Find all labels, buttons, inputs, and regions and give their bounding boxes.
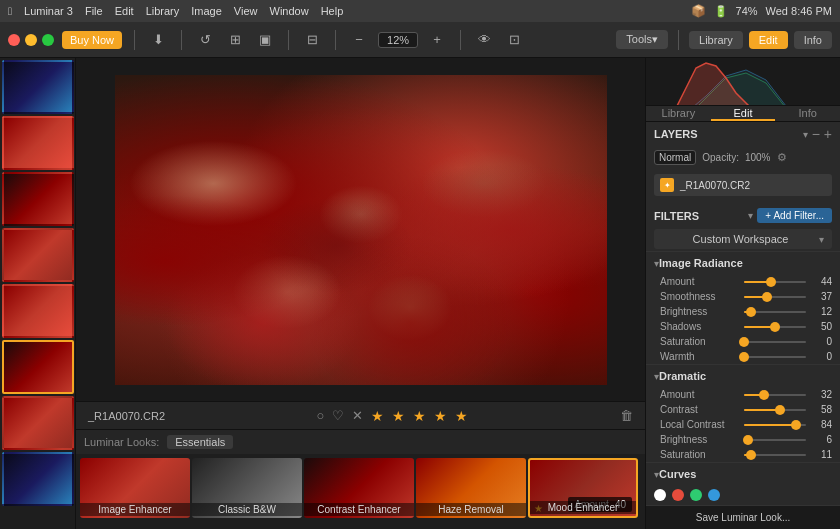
curves-header[interactable]: ▾ Curves	[646, 463, 840, 485]
film-thumbnail-4[interactable]	[2, 228, 74, 282]
buy-now-button[interactable]: Buy Now	[62, 31, 122, 49]
slider-track-1[interactable]	[744, 296, 806, 298]
edit-tab[interactable]: Edit	[749, 31, 788, 49]
layers-header[interactable]: LAYERS ▾ − +	[646, 122, 840, 146]
add-filter-button[interactable]: + Add Filter...	[757, 208, 832, 223]
film-thumbnail-8[interactable]	[2, 452, 74, 506]
slider-label-3: Shadows	[660, 321, 740, 332]
dramatic-header[interactable]: ▾ Dramatic	[646, 365, 840, 387]
curves-green-channel[interactable]	[690, 489, 702, 501]
star-4[interactable]: ★	[434, 408, 447, 424]
layers-minus-icon[interactable]: −	[812, 126, 820, 142]
trash-icon[interactable]: 🗑	[620, 408, 633, 423]
film-thumbnail-2[interactable]	[2, 116, 74, 170]
slider-row-amount: Amount 32	[646, 387, 840, 402]
curves-white-channel[interactable]	[654, 489, 666, 501]
tab-library[interactable]: Library	[646, 106, 711, 121]
menu-image[interactable]: Image	[191, 5, 222, 17]
eye-icon[interactable]: 👁	[473, 29, 495, 51]
slider-track-2[interactable]	[744, 311, 806, 313]
slider-value-3: 6	[810, 434, 832, 445]
curves-blue-channel[interactable]	[708, 489, 720, 501]
opacity-value[interactable]: 100%	[745, 152, 771, 163]
settings-gear-icon[interactable]: ⚙	[777, 151, 787, 164]
rating-area: ○ ♡ ✕ ★ ★ ★ ★ ★	[317, 408, 469, 424]
maximize-button[interactable]	[42, 34, 54, 46]
slider-track-3[interactable]	[744, 439, 806, 441]
slider-track-4[interactable]	[744, 341, 806, 343]
curves-section: ▾ Curves	[646, 462, 840, 505]
menu-file[interactable]: File	[85, 5, 103, 17]
menu-view[interactable]: View	[234, 5, 258, 17]
zoom-level: 12%	[378, 32, 418, 48]
slider-value-0: 44	[810, 276, 832, 287]
battery-icon: 🔋	[714, 5, 728, 18]
layers-plus-icon[interactable]: +	[824, 126, 832, 142]
slider-track-5[interactable]	[744, 356, 806, 358]
rotate-left-icon[interactable]: ↺	[194, 29, 216, 51]
curves-red-channel[interactable]	[672, 489, 684, 501]
star-1[interactable]: ★	[371, 408, 384, 424]
star-2[interactable]: ★	[392, 408, 405, 424]
image-radiance-group: ▾ Image Radiance Amount 44 Smoothness 37…	[646, 251, 840, 364]
apple-menu[interactable]: 	[8, 5, 12, 17]
look-classic-bw[interactable]: Classic B&W	[192, 458, 302, 518]
slider-track-2[interactable]	[744, 424, 806, 426]
slider-value-2: 12	[810, 306, 832, 317]
filmstrip	[0, 58, 76, 529]
look-mood-enhancer[interactable]: Amount 40 ★ Mood Enhancer	[528, 458, 638, 518]
film-thumbnail-3[interactable]	[2, 172, 74, 226]
film-thumbnail-7[interactable]	[2, 396, 74, 450]
heart-icon[interactable]: ♡	[332, 408, 344, 423]
crop-icon[interactable]: ⊡	[503, 29, 525, 51]
save-luminar-look-button[interactable]: Save Luminar Look...	[646, 505, 840, 529]
look-haze-removal[interactable]: Haze Removal	[416, 458, 526, 518]
slider-track-3[interactable]	[744, 326, 806, 328]
library-tab[interactable]: Library	[689, 31, 743, 49]
slider-track-1[interactable]	[744, 409, 806, 411]
slider-track-0[interactable]	[744, 394, 806, 396]
histogram	[646, 58, 840, 106]
tab-info[interactable]: Info	[775, 106, 840, 121]
layer-item[interactable]: ✦ _R1A0070.CR2	[654, 174, 832, 196]
blend-mode-select[interactable]: Normal	[654, 150, 696, 165]
zoom-in-icon[interactable]: +	[426, 29, 448, 51]
star-3[interactable]: ★	[413, 408, 426, 424]
center-panel: _R1A0070.CR2 ○ ♡ ✕ ★ ★ ★ ★ ★ 🗑 Luminar L…	[76, 58, 645, 529]
download-icon[interactable]: ⬇	[147, 29, 169, 51]
nav-icon[interactable]: ⊟	[301, 29, 323, 51]
star-5[interactable]: ★	[455, 408, 468, 424]
custom-workspace-selector[interactable]: Custom Workspace ▾	[654, 229, 832, 249]
circle-icon[interactable]: ○	[317, 408, 325, 423]
menu-help[interactable]: Help	[321, 5, 344, 17]
look-image-enhancer[interactable]: Image Enhancer	[80, 458, 190, 518]
toolbar: Buy Now ⬇ ↺ ⊞ ▣ ⊟ − 12% + 👁 ⊡ Tools▾ Lib…	[0, 22, 840, 58]
menu-edit[interactable]: Edit	[115, 5, 134, 17]
separator	[134, 30, 135, 50]
menu-library[interactable]: Library	[146, 5, 180, 17]
slider-row-smoothness: Smoothness 37	[646, 289, 840, 304]
image-radiance-header[interactable]: ▾ Image Radiance	[646, 252, 840, 274]
overlay-icon[interactable]: ▣	[254, 29, 276, 51]
film-thumbnail-6[interactable]	[2, 340, 74, 394]
look-contrast-enhancer[interactable]: Contrast Enhancer	[304, 458, 414, 518]
radiance-title: Image Radiance	[659, 257, 832, 269]
close-button[interactable]	[8, 34, 20, 46]
info-tab[interactable]: Info	[794, 31, 832, 49]
slider-track-4[interactable]	[744, 454, 806, 456]
compare-icon[interactable]: ⊞	[224, 29, 246, 51]
x-icon[interactable]: ✕	[352, 408, 363, 423]
zoom-out-icon[interactable]: −	[348, 29, 370, 51]
tab-edit[interactable]: Edit	[711, 106, 776, 121]
menu-window[interactable]: Window	[270, 5, 309, 17]
looks-strip: Luminar Looks: Essentials Image Enhancer…	[76, 429, 645, 529]
film-thumbnail-1[interactable]	[2, 60, 74, 114]
minimize-button[interactable]	[25, 34, 37, 46]
film-thumbnail-5[interactable]	[2, 284, 74, 338]
slider-track-0[interactable]	[744, 281, 806, 283]
opacity-label: Opacity:	[702, 152, 739, 163]
tools-button[interactable]: Tools▾	[616, 30, 668, 49]
looks-tab[interactable]: Essentials	[167, 435, 233, 449]
workspace-label: Custom Workspace	[662, 233, 819, 245]
slider-row-brightness: Brightness 6	[646, 432, 840, 447]
